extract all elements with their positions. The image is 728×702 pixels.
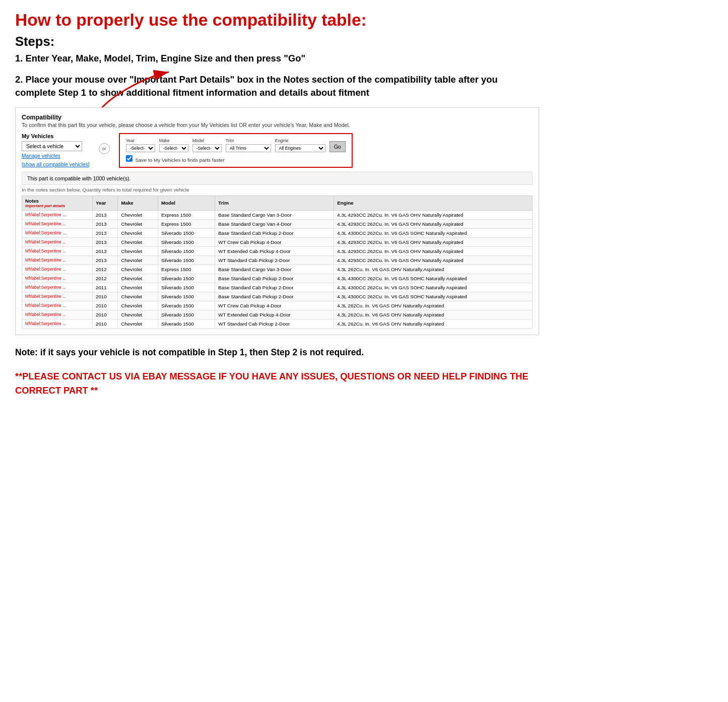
col-trim: Trim [215,196,334,210]
engine-cell: 4.3L 262Cu. In. V6 GAS OHV Naturally Asp… [334,319,533,328]
contact-text: **PLEASE CONTACT US VIA EBAY MESSAGE IF … [15,369,539,397]
engine-cell: 4.3L 4300CC 262Cu. In. V6 GAS SOHC Natur… [334,274,533,283]
save-checkbox[interactable] [126,155,133,162]
table-row: Mfrlabel:Serpentine ...2010ChevroletSilv… [22,319,533,328]
year-cell: 2010 [93,292,118,301]
make-field: Make -Select- [159,138,188,152]
year-cell: 2010 [93,301,118,310]
col-notes: Notes Important part details [22,196,93,210]
model-cell: Silverado 1500 [158,310,215,319]
trim-cell: Base Standard Cab Pickup 2-Door [215,283,334,292]
step1-text: 1. Enter Year, Make, Model, Trim, Engine… [15,52,539,65]
make-cell: Chevrolet [118,283,158,292]
year-cell: 2013 [93,210,118,219]
year-cell: 2011 [93,283,118,292]
compat-count: This part is compatible with 1000 vehicl… [27,175,131,181]
compat-table: Notes Important part details Year Make M… [22,196,533,329]
table-row: Mfrlabel:Serpentine ...2010ChevroletSilv… [22,301,533,310]
save-row: Save to My Vehicles to finds parts faste… [126,155,346,163]
notes-cell: Mfrlabel:Serpentine ... [22,292,93,301]
go-button[interactable]: Go [329,141,346,152]
make-cell: Chevrolet [118,228,158,237]
col-engine: Engine [334,196,533,210]
engine-cell: 4.3L 4300CC 262Cu. In. V6 GAS SOHC Natur… [334,292,533,301]
model-cell: Silverado 1500 [158,283,215,292]
year-cell: 2013 [93,237,118,246]
col-model: Model [158,196,215,210]
year-label: Year [126,138,155,143]
engine-cell: 4.3L 4300CC 262Cu. In. V6 GAS SOHC Natur… [334,228,533,237]
model-cell: Express 1500 [158,210,215,219]
vehicle-select[interactable]: Select a vehicle [22,141,82,151]
make-cell: Chevrolet [118,319,158,328]
model-cell: Express 1500 [158,219,215,228]
table-header-row: Notes Important part details Year Make M… [22,196,533,210]
model-cell: Silverado 1500 [158,237,215,246]
notes-cell: Mfrlabel:Serpentine ... [22,237,93,246]
note-text: Note: if it says your vehicle is not com… [15,346,539,359]
make-cell: Chevrolet [118,301,158,310]
trim-cell: WT Standard Cab Pickup 2-Door [215,319,334,328]
notes-cell: Mfrlabel:Serpentine ... [22,310,93,319]
make-select[interactable]: -Select- [159,144,188,152]
model-select[interactable]: -Select- [192,144,222,152]
table-row: Mfrlabel:Serpentine....2013ChevroletExpr… [22,219,533,228]
year-cell: 2013 [93,246,118,256]
make-label: Make [159,138,188,143]
engine-cell: 4.3L 4300CC 262Cu. In. V6 GAS SOHC Natur… [334,283,533,292]
save-label: Save to My Vehicles to finds parts faste… [135,157,224,163]
notes-cell: Mfrlabel:Serpentine ... [22,265,93,274]
compatibility-diagram: Compatibility To confirm that this part … [15,107,539,335]
year-cell: 2013 [93,228,118,237]
notes-cell: Mfrlabel:Serpentine ... [22,246,93,256]
year-cell: 2010 [93,319,118,328]
show-all-link[interactable]: [show all compatible vehicles] [22,162,90,167]
vehicle-select-row[interactable]: Select a vehicle [22,141,90,151]
table-row: Mfrlabel:Serpentine ....2013ChevroletExp… [22,210,533,219]
make-cell: Chevrolet [118,219,158,228]
notes-cell: Mfrlabel:Serpentine.... [22,219,93,228]
manage-vehicles-link[interactable]: Manage vehicles [22,153,90,159]
table-row: Mfrlabel:Serpentine ...2012ChevroletSilv… [22,274,533,283]
engine-cell: 4.3L 262Cu. In. V6 GAS OHV Naturally Asp… [334,310,533,319]
ymm-box: Year -Select- Make -Select- Model [119,133,353,168]
trim-select[interactable]: All Trims [226,144,271,152]
table-row: Mfrlabel:Serpentine ...2013ChevroletSilv… [22,256,533,265]
notes-cell: Mfrlabel:Serpentine ... [22,319,93,328]
make-cell: Chevrolet [118,310,158,319]
steps-label: Steps: [15,34,539,49]
main-title: How to properly use the compatibility ta… [15,10,539,30]
table-row: Mfrlabel:Serpentine ...2010ChevroletSilv… [22,292,533,301]
table-row: Mfrlabel:Serpentine ...2011ChevroletSilv… [22,283,533,292]
table-row: Mfrlabel:Serpentine ...2012ChevroletExpr… [22,265,533,274]
ymm-row: Year -Select- Make -Select- Model [126,138,346,152]
make-cell: Chevrolet [118,210,158,219]
compatibility-section: Compatibility To confirm that this part … [15,107,539,335]
model-cell: Silverado 1500 [158,228,215,237]
trim-cell: WT Crew Cab Pickup 4-Door [215,237,334,246]
year-cell: 2010 [93,310,118,319]
make-cell: Chevrolet [118,274,158,283]
notes-cell: Mfrlabel:Serpentine ... [22,274,93,283]
trim-cell: WT Extended Cab Pickup 4-Door [215,246,334,256]
my-vehicles-label: My Vehicles [22,133,90,139]
model-cell: Silverado 1500 [158,301,215,310]
engine-cell: 4.3L 4293CC 262Cu. In. V6 GAS OHV Natura… [334,237,533,246]
trim-cell: Base Standard Cargo Van 3-Door [215,210,334,219]
notes-cell: Mfrlabel:Serpentine .... [22,228,93,237]
year-cell: 2013 [93,256,118,265]
engine-select[interactable]: All Engines [275,144,325,152]
year-select[interactable]: -Select- [126,144,155,152]
make-cell: Chevrolet [118,256,158,265]
trim-cell: Base Standard Cargo Van 3-Door [215,265,334,274]
compat-form-area: My Vehicles Select a vehicle Manage vehi… [22,133,533,168]
model-cell: Express 1500 [158,265,215,274]
compat-subtext: To confirm that this part fits your vehi… [22,122,533,128]
model-cell: Silverado 1500 [158,319,215,328]
year-cell: 2012 [93,265,118,274]
make-cell: Chevrolet [118,265,158,274]
table-row: Mfrlabel:Serpentine ...2013ChevroletSilv… [22,246,533,256]
model-field: Model -Select- [192,138,222,152]
engine-cell: 4.3L 4293CC 262Cu. In. V6 GAS OHV Natura… [334,246,533,256]
compat-header: Compatibility [22,114,533,121]
